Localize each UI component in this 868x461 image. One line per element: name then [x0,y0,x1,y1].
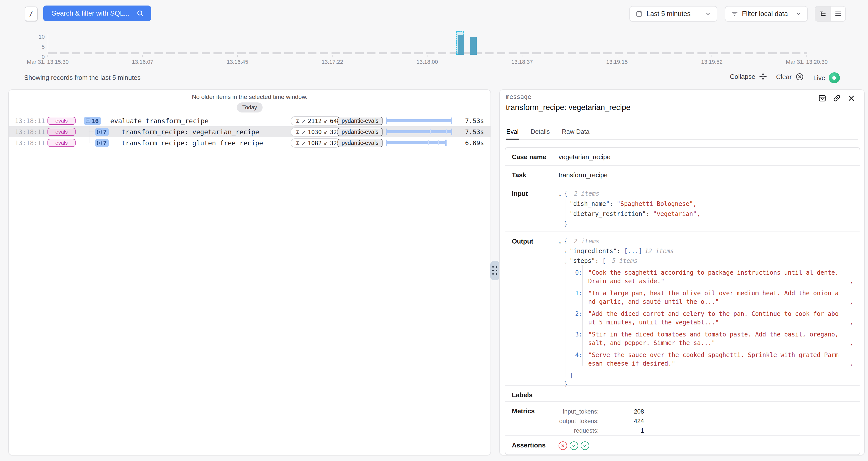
trace-row[interactable]: 13:18:11evals7transform_recipe: gluten_f… [9,137,491,148]
duration-label: 6.89s [465,140,484,147]
baseline-dashes [48,52,807,54]
live-toggle[interactable]: Live [813,72,840,83]
tab-details[interactable]: Details [530,126,550,139]
collapse-button[interactable]: Collapse [730,72,767,81]
histogram-bar[interactable] [458,35,464,55]
clear-button[interactable]: Clear [776,72,804,81]
evals-tag[interactable]: evals [48,117,75,125]
metrics-row: Metrics input_tokens:208output_tokens:42… [505,402,860,436]
token-usage-pill[interactable]: Σ↗1082↙325 [290,139,341,148]
panel-resize-handle[interactable] [490,261,500,280]
step-item: 2:"Add the diced carrot and celery to th… [575,310,853,327]
expand-square-icon [97,141,102,146]
trailing-comma: , [850,339,853,347]
slash-key-label: / [29,10,33,18]
chevron-down-icon[interactable]: ⌄ [559,237,564,246]
token-usage-pill[interactable]: Σ↗2112↙648 [290,116,341,126]
string-line: "Serve the sauce over the cooked spaghet… [588,351,839,359]
json-items-meta: 2 items [570,190,599,197]
span-count-badge[interactable]: 7 [95,139,109,147]
array-index: 0: [575,269,588,285]
input-tokens-count: 1082 [308,140,321,146]
tab-eval[interactable]: Eval [506,126,519,140]
metric-line: requests:1 [559,426,644,435]
close-icon[interactable] [847,94,856,102]
token-usage-pill[interactable]: Σ↗1030↙323 [290,127,341,136]
dock-panel-icon[interactable] [818,94,827,102]
record-kind-label: message [506,93,531,100]
x-tick-label: 13:17:22 [321,59,343,65]
x-tick-label: 13:16:45 [227,59,248,65]
collapse-label: Collapse [730,73,755,81]
metric-name: requests: [559,426,599,435]
trailing-comma: , [693,201,696,207]
duration-bar[interactable] [386,128,452,135]
records-histogram[interactable]: 1050 Mar 31. 13:15:3013:16:0713:16:4513:… [0,27,868,67]
trace-row[interactable]: 13:18:11evals7transform_recipe: vegetari… [9,126,491,137]
time-range-dropdown[interactable]: Last 5 minutes [629,6,717,22]
time-range-label: Last 5 minutes [647,10,691,18]
row-timestamp: 13:18:11 [15,117,45,125]
package-tag[interactable]: pydantic-evals [338,139,382,147]
json-close-bracket: ] [569,372,573,379]
span-name: transform_recipe: gluten_free_recipe [122,140,263,147]
filter-local-data-dropdown[interactable]: Filter local data [725,6,808,22]
y-tick-label: 10 [32,34,45,40]
task-label: Task [512,171,559,179]
tree-view-button[interactable] [815,6,830,21]
detail-header-actions [818,94,856,102]
array-index: 4: [575,351,588,368]
search-icon [136,9,144,17]
search-button[interactable]: Search & filter with SQL... [43,5,151,21]
span-name: transform_recipe: vegetarian_recipe [122,128,259,136]
duration-bar[interactable] [386,118,452,124]
json-string-value: "Add the diced carrot and celery to the … [588,310,839,327]
input-row: Input ⌄{ 2 items"dish_name": "Spaghetti … [505,184,860,232]
x-tick-label: Mar 31. 13:15:30 [27,59,68,65]
x-tick-label: 13:16:07 [132,59,153,65]
input-tokens-count: 2112 [308,118,321,124]
chevron-down-icon[interactable]: ⌄ [564,257,569,266]
detail-panel: message transform_recipe: vegetarian_rec… [499,89,865,456]
chevron-right-icon[interactable]: › [564,247,569,256]
json-string-value: "vegetarian" [653,210,696,217]
trailing-comma: , [850,359,853,368]
view-toggle [815,6,846,22]
live-label: Live [813,74,825,82]
chevron-down-icon[interactable]: ⌄ [559,190,564,198]
copy-link-icon[interactable] [833,94,841,102]
x-tick-label: 13:19:52 [701,59,722,65]
span-count-badge[interactable]: 7 [95,128,109,136]
collapse-icon [759,72,767,81]
package-tag[interactable]: pydantic-evals [338,117,382,125]
package-tag[interactable]: pydantic-evals [338,128,382,136]
json-open-brace: { [564,238,568,245]
json-line: ⌄{ 2 items [559,237,853,246]
evals-tag[interactable]: evals [48,139,75,147]
metric-line: input_tokens:208 [559,407,644,416]
span-count: 16 [92,118,99,125]
metrics-list: input_tokens:208output_tokens:424request… [559,407,644,430]
indent-guide [566,246,566,377]
filter-icon [731,10,738,18]
output-tokens-arrow-icon: ↙ [324,140,328,146]
json-entry: "dietary_restriction": "vegetarian", [569,210,853,218]
duration-bar[interactable] [386,140,446,146]
json-array-row: ⌄"steps": [ 5 items [564,256,853,266]
filter-label: Filter local data [742,10,788,18]
span-count-badge[interactable]: 16 [84,117,101,125]
input-label: Input [512,189,559,226]
histogram-bar[interactable] [470,37,477,55]
trace-row[interactable]: 13:18:11evals16evaluate transform_recipe… [9,115,491,126]
string-line: ut 5 minutes, until the vegetabl..." [588,318,839,327]
tab-raw-data[interactable]: Raw Data [561,126,590,139]
span-count: 7 [103,128,106,135]
task-value: transform_recipe [559,171,608,179]
list-view-button[interactable] [830,6,845,21]
trailing-comma: , [850,298,853,306]
clear-circle-x-icon [795,72,804,81]
x-tick-mark [143,55,143,57]
json-entry: "dish_name": "Spaghetti Bolognese", [569,199,853,208]
x-tick-label: 13:19:15 [606,59,628,65]
evals-tag[interactable]: evals [48,128,75,136]
